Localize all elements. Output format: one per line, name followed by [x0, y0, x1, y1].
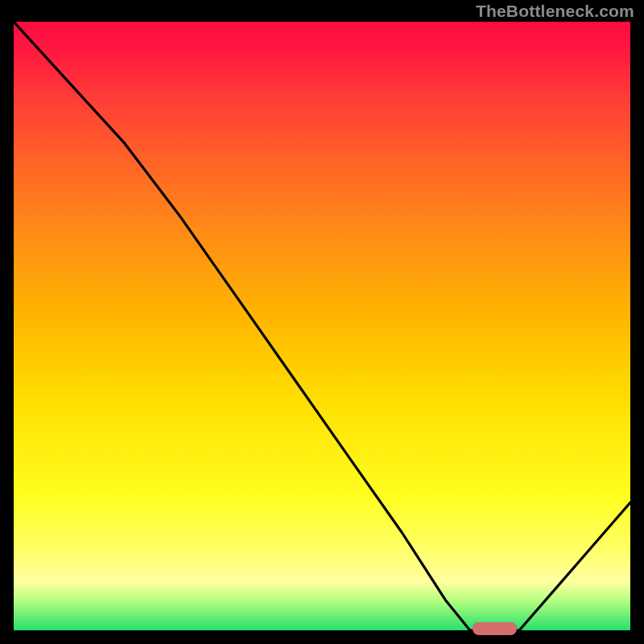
chart-frame: { "watermark": "TheBottleneck.com", "mar… — [0, 0, 644, 644]
plot-area — [14, 22, 630, 630]
optimal-marker — [473, 622, 517, 635]
watermark-text: TheBottleneck.com — [476, 2, 634, 21]
bottleneck-curve — [14, 22, 630, 630]
